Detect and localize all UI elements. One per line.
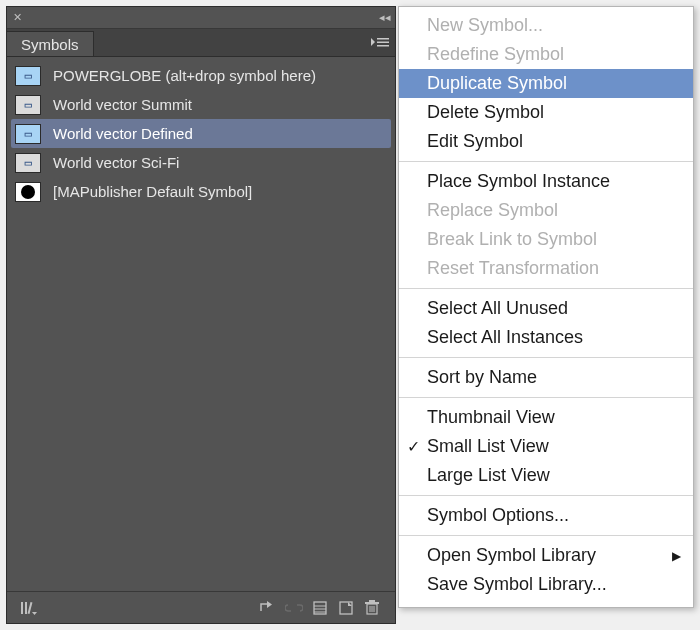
menu-item-label: Delete Symbol	[427, 102, 544, 123]
menu-item[interactable]: Sort by Name	[399, 363, 693, 392]
svg-rect-1	[377, 42, 389, 44]
menu-item[interactable]: Thumbnail View	[399, 403, 693, 432]
menu-separator	[399, 495, 693, 496]
svg-rect-16	[369, 600, 375, 602]
svg-rect-4	[25, 602, 27, 614]
svg-rect-5	[28, 601, 33, 613]
menu-item: Redefine Symbol	[399, 40, 693, 69]
menu-item: Break Link to Symbol	[399, 225, 693, 254]
panel-context-menu: New Symbol...Redefine SymbolDuplicate Sy…	[398, 6, 694, 608]
menu-separator	[399, 535, 693, 536]
menu-item[interactable]: Open Symbol Library▶	[399, 541, 693, 570]
menu-item[interactable]: Save Symbol Library...	[399, 570, 693, 599]
symbol-options-icon[interactable]	[307, 597, 333, 619]
menu-item-label: Select All Unused	[427, 298, 568, 319]
menu-item-label: Symbol Options...	[427, 505, 569, 526]
symbol-swatch-icon	[15, 182, 41, 202]
menu-item-label: Replace Symbol	[427, 200, 558, 221]
menu-item-label: Large List View	[427, 465, 550, 486]
break-link-icon	[281, 597, 307, 619]
menu-item[interactable]: Large List View	[399, 461, 693, 490]
check-icon: ✓	[407, 437, 420, 456]
new-symbol-icon[interactable]	[333, 597, 359, 619]
symbol-label: POWERGLOBE (alt+drop symbol here)	[53, 67, 316, 84]
svg-rect-3	[21, 602, 23, 614]
menu-separator	[399, 288, 693, 289]
delete-symbol-icon[interactable]	[359, 597, 385, 619]
menu-item: Replace Symbol	[399, 196, 693, 225]
symbols-panel: ✕ ◂◂ Symbols ▭POWERGLOBE (alt+drop symbo…	[6, 6, 396, 624]
symbol-row[interactable]: ▭World vector Defined	[11, 119, 391, 148]
symbol-label: World vector Summit	[53, 96, 192, 113]
symbol-row[interactable]: [MAPublisher Default Symbol]	[11, 177, 391, 206]
close-icon[interactable]: ✕	[7, 11, 27, 24]
svg-rect-2	[377, 45, 389, 47]
menu-item: Reset Transformation	[399, 254, 693, 283]
symbol-list: ▭POWERGLOBE (alt+drop symbol here)▭World…	[7, 57, 395, 591]
menu-item-label: Duplicate Symbol	[427, 73, 567, 94]
menu-item-label: Reset Transformation	[427, 258, 599, 279]
libraries-icon[interactable]	[17, 597, 43, 619]
menu-item-label: Sort by Name	[427, 367, 537, 388]
menu-item[interactable]: Edit Symbol	[399, 127, 693, 156]
menu-item[interactable]: Symbol Options...	[399, 501, 693, 530]
menu-item[interactable]: Place Symbol Instance	[399, 167, 693, 196]
symbol-swatch-icon: ▭	[15, 95, 41, 115]
symbol-label: [MAPublisher Default Symbol]	[53, 183, 252, 200]
menu-separator	[399, 397, 693, 398]
svg-rect-15	[365, 602, 379, 604]
symbol-row[interactable]: ▭World vector Summit	[11, 90, 391, 119]
symbol-label: World vector Sci-Fi	[53, 154, 179, 171]
menu-item-label: Place Symbol Instance	[427, 171, 610, 192]
menu-item[interactable]: Select All Instances	[399, 323, 693, 352]
menu-item-label: Small List View	[427, 436, 549, 457]
symbol-row[interactable]: ▭World vector Sci-Fi	[11, 148, 391, 177]
menu-separator	[399, 161, 693, 162]
menu-item-label: Redefine Symbol	[427, 44, 564, 65]
menu-item[interactable]: Select All Unused	[399, 294, 693, 323]
submenu-arrow-icon: ▶	[672, 549, 681, 563]
menu-separator	[399, 357, 693, 358]
menu-item-label: Thumbnail View	[427, 407, 555, 428]
collapse-icon[interactable]: ◂◂	[379, 11, 391, 24]
svg-rect-0	[377, 38, 389, 40]
symbol-label: World vector Defined	[53, 125, 193, 142]
menu-item-label: Select All Instances	[427, 327, 583, 348]
tab-bar: Symbols	[7, 29, 395, 57]
panel-menu-button[interactable]	[371, 35, 389, 49]
menu-item-label: Save Symbol Library...	[427, 574, 607, 595]
menu-item-label: Open Symbol Library	[427, 545, 596, 566]
panel-footer	[7, 591, 395, 623]
symbol-row[interactable]: ▭POWERGLOBE (alt+drop symbol here)	[11, 61, 391, 90]
menu-item[interactable]: ✓Small List View	[399, 432, 693, 461]
menu-item-label: Break Link to Symbol	[427, 229, 597, 250]
panel-header: ✕ ◂◂	[7, 7, 395, 29]
menu-item[interactable]: Delete Symbol	[399, 98, 693, 127]
symbol-swatch-icon: ▭	[15, 153, 41, 173]
menu-item-label: Edit Symbol	[427, 131, 523, 152]
symbol-swatch-icon: ▭	[15, 66, 41, 86]
menu-item: New Symbol...	[399, 11, 693, 40]
menu-item[interactable]: Duplicate Symbol	[399, 69, 693, 98]
place-instance-icon[interactable]	[255, 597, 281, 619]
tab-symbols[interactable]: Symbols	[7, 31, 94, 56]
menu-item-label: New Symbol...	[427, 15, 543, 36]
svg-rect-10	[340, 602, 352, 614]
symbol-swatch-icon: ▭	[15, 124, 41, 144]
